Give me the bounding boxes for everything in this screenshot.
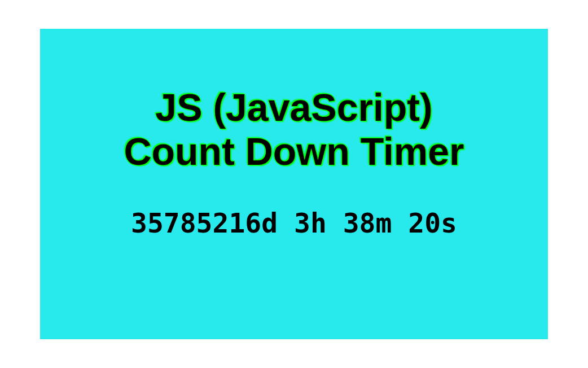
countdown-display: 35785216d 3h 38m 20s [131, 207, 457, 239]
title-line-1: JS (JavaScript) [155, 86, 432, 129]
page-title: JS (JavaScript) Count Down Timer [124, 85, 464, 173]
title-line-2: Count Down Timer [124, 130, 464, 173]
timer-panel: JS (JavaScript) Count Down Timer 3578521… [40, 29, 548, 339]
